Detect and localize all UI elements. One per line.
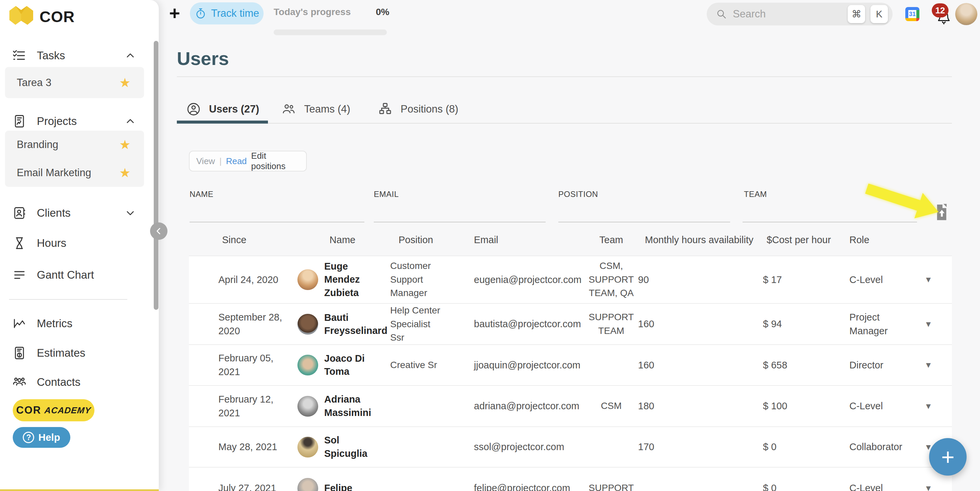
column-header-cost-per-hour[interactable]: $Cost per hour <box>767 234 831 246</box>
column-header-team[interactable]: Team <box>600 234 623 246</box>
sidebar-item-hours[interactable]: Hours <box>12 234 145 252</box>
cell-role: C-Level <box>837 399 908 413</box>
mode-view[interactable]: View <box>196 156 215 167</box>
cell-email: felipe@projectcor.com <box>469 483 584 491</box>
sidebar-item-tasks[interactable]: Tasks <box>12 47 145 64</box>
table-row[interactable]: September 28, 2020 Bauti Freysselinard H… <box>189 304 952 345</box>
table-row[interactable]: May 28, 2021 Sol Spicuglia ssol@projectc… <box>189 427 952 467</box>
avatar[interactable] <box>298 396 318 417</box>
cell-name: Sol Spicuglia <box>295 434 390 460</box>
column-header-since[interactable]: Since <box>189 234 295 246</box>
column-header-position[interactable]: Position <box>390 234 469 246</box>
star-icon[interactable] <box>119 167 130 179</box>
sidebar-divider <box>9 299 127 300</box>
star-icon[interactable] <box>119 138 130 151</box>
table-row[interactable]: July 27, 2021 Felipe felipe@projectcor.c… <box>189 467 952 491</box>
sidebar-item-label: Metrics <box>37 317 72 330</box>
project-item-label: Email Marketing <box>17 167 91 179</box>
cell-role: C-Level <box>837 273 908 287</box>
cell-since: May 28, 2021 <box>189 440 295 454</box>
chevron-down-icon[interactable] <box>125 207 136 219</box>
user-avatar[interactable] <box>955 3 977 25</box>
user-name[interactable]: Joaco Di Toma <box>324 352 382 378</box>
todays-progress-value: 0% <box>376 7 389 17</box>
table-row[interactable]: February 05, 2021 Joaco Di Toma Creative… <box>189 345 952 386</box>
todays-progress-label: Today's progress <box>274 7 351 17</box>
role-dropdown-caret[interactable] <box>924 275 940 284</box>
user-name[interactable]: Adriana Massimini <box>324 393 382 419</box>
user-name[interactable]: Sol Spicuglia <box>324 434 382 460</box>
table-header-row: Since Name Position Email Team Monthly h… <box>189 231 952 248</box>
track-time-button[interactable]: Track time <box>190 2 264 24</box>
cor-academy-button[interactable]: COR ACADEMY <box>13 399 94 421</box>
cell-monthly-hours: 160 <box>638 360 760 371</box>
avatar[interactable] <box>298 437 318 458</box>
tab-teams[interactable]: Teams (4) <box>282 100 350 118</box>
chevron-up-icon[interactable] <box>125 50 136 61</box>
track-time-label: Track time <box>211 7 259 19</box>
export-users-button[interactable] <box>936 203 948 222</box>
cell-since: February 05, 2021 <box>189 351 295 378</box>
cor-logo-icon <box>7 5 35 28</box>
filter-input-name[interactable] <box>189 222 364 222</box>
column-header-monthly-hours[interactable]: Monthly hours availability <box>645 234 754 246</box>
sidebar-item-estimates[interactable]: Estimates <box>12 344 145 362</box>
mode-edit-positions[interactable]: Edit positions <box>251 151 299 172</box>
avatar[interactable] <box>298 314 318 335</box>
role-dropdown-caret[interactable] <box>924 484 940 491</box>
filter-input-position[interactable] <box>558 222 730 222</box>
cor-logo-text: COR <box>40 8 75 26</box>
cell-position: Creative Sr <box>390 358 443 372</box>
sidebar-item-email-marketing[interactable]: Email Marketing <box>5 159 144 187</box>
search-bar[interactable]: ⌘ K <box>707 3 892 25</box>
yellow-arrow-annotation <box>864 183 948 223</box>
sidebar-item-branding[interactable]: Branding <box>5 130 144 159</box>
column-header-name[interactable]: Name <box>329 234 355 246</box>
tab-positions[interactable]: Positions (8) <box>378 100 458 118</box>
contacts-icon <box>12 375 27 389</box>
academy-label-academy: ACADEMY <box>44 405 92 416</box>
column-header-email[interactable]: Email <box>469 234 584 246</box>
role-dropdown-caret[interactable] <box>924 361 940 370</box>
user-name[interactable]: Felipe <box>324 481 352 491</box>
page-title: Users <box>177 48 229 69</box>
add-button[interactable]: + <box>169 2 180 24</box>
sidebar-item-clients[interactable]: Clients <box>12 204 145 222</box>
sidebar-item-projects[interactable]: Projects <box>12 113 145 130</box>
column-header-role[interactable]: Role <box>837 234 912 246</box>
role-dropdown-caret[interactable] <box>924 402 940 411</box>
cell-cost: $ 0 <box>760 442 837 453</box>
star-icon[interactable] <box>119 76 130 89</box>
user-name[interactable]: Euge Mendez Zubieta <box>324 260 382 299</box>
tab-label: Teams (4) <box>304 103 350 115</box>
chevron-up-icon[interactable] <box>125 116 136 127</box>
cell-cost: $ 17 <box>760 274 837 285</box>
avatar[interactable] <box>298 269 318 290</box>
google-calendar-icon[interactable]: 31 <box>905 7 920 21</box>
tab-users[interactable]: Users (27) <box>186 100 259 118</box>
role-dropdown-caret[interactable] <box>924 319 940 329</box>
filter-input-team[interactable] <box>743 222 917 222</box>
avatar[interactable] <box>298 355 318 375</box>
sidebar-item-contacts[interactable]: Contacts <box>12 373 145 391</box>
avatar[interactable] <box>298 478 318 491</box>
table-row[interactable]: February 12, 2021 Adriana Massimini adri… <box>189 386 952 427</box>
user-name[interactable]: Bauti Freysselinard <box>324 311 382 337</box>
sidebar-collapse-button[interactable] <box>150 222 167 240</box>
mode-read[interactable]: Read <box>226 156 247 167</box>
cell-email: bautista@projectcor.com <box>469 318 584 330</box>
cor-logo[interactable]: COR <box>7 5 75 28</box>
sidebar-scrollbar[interactable] <box>154 41 158 310</box>
sidebar-item-tarea3[interactable]: Tarea 3 <box>5 67 144 98</box>
search-input[interactable] <box>733 8 842 20</box>
cell-monthly-hours: 90 <box>638 274 760 285</box>
table-row[interactable]: April 24, 2020 Euge Mendez Zubieta Custo… <box>189 256 952 304</box>
title-divider <box>177 76 952 77</box>
filter-input-email[interactable] <box>374 222 546 222</box>
mode-separator: | <box>220 156 222 167</box>
help-button[interactable]: ? Help <box>13 427 70 448</box>
sidebar-item-metrics[interactable]: Metrics <box>12 315 145 332</box>
sidebar-item-gantt[interactable]: Gantt Chart <box>12 266 145 284</box>
add-user-fab[interactable]: + <box>929 438 967 475</box>
cell-team: CSM, SUPPORT TEAM, QA <box>586 259 637 300</box>
